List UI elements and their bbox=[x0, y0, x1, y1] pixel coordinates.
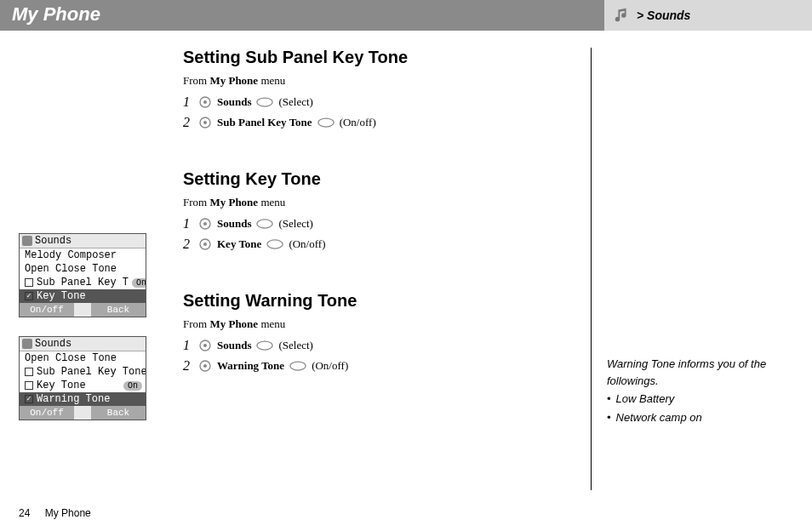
main-column: Setting Sub Panel Key Tone From My Phone… bbox=[183, 48, 592, 490]
breadcrumb: > Sounds bbox=[604, 0, 812, 31]
section-key-tone: Setting Key Tone From My Phone menu 1 So… bbox=[183, 169, 574, 252]
svg-point-7 bbox=[203, 222, 207, 226]
step: 2 Warning Tone (On/off) bbox=[183, 358, 574, 374]
softkey-left: On/off bbox=[20, 303, 74, 317]
page-footer: 24 My Phone bbox=[19, 507, 91, 519]
step-label: Sounds bbox=[217, 339, 251, 352]
phone-menu-item: Open Close Tone bbox=[20, 351, 146, 365]
step-label: Sounds bbox=[217, 217, 251, 231]
from-line: From My Phone menu bbox=[183, 317, 574, 331]
step-number: 2 bbox=[183, 237, 193, 252]
checkbox-checked-icon: ✓ bbox=[25, 292, 33, 300]
sidebar-intro: Warning Tone informs you of the followin… bbox=[607, 356, 781, 389]
phone-title-bar: Sounds bbox=[20, 234, 146, 248]
softkey-left: On/off bbox=[20, 406, 74, 420]
phone-title-bar: Sounds bbox=[20, 337, 146, 351]
select-key-icon bbox=[289, 361, 306, 371]
step: 1 Sounds (Select) bbox=[183, 216, 574, 231]
softkey-middle bbox=[74, 406, 91, 420]
page-body: Sounds Melody Composer Open Close Tone S… bbox=[0, 31, 812, 490]
step-action: (On/off) bbox=[312, 359, 348, 373]
softkey-right: Back bbox=[91, 303, 146, 317]
status-badge: On bbox=[132, 278, 146, 288]
svg-point-17 bbox=[290, 362, 306, 370]
breadcrumb-prefix: > bbox=[637, 9, 643, 22]
checkbox-icon bbox=[25, 381, 33, 390]
step-number: 2 bbox=[183, 115, 193, 130]
nav-key-icon bbox=[198, 237, 212, 251]
step-label: Sub Panel Key Tone bbox=[217, 116, 312, 129]
section-warning-tone: Setting Warning Tone From My Phone menu … bbox=[183, 291, 574, 374]
step: 2 Sub Panel Key Tone (On/off) bbox=[183, 115, 574, 130]
step-action: (Select) bbox=[278, 217, 312, 231]
step-number: 1 bbox=[183, 338, 193, 353]
svg-point-5 bbox=[317, 118, 333, 127]
phone-softkeys: On/off Back bbox=[20, 303, 146, 317]
svg-point-14 bbox=[257, 341, 272, 350]
svg-point-8 bbox=[257, 220, 272, 228]
svg-point-13 bbox=[203, 344, 207, 347]
sounds-icon bbox=[22, 339, 32, 349]
softkey-middle bbox=[74, 303, 91, 317]
sidebar-note: Warning Tone informs you of the followin… bbox=[607, 356, 781, 425]
checkbox-icon bbox=[25, 368, 33, 376]
nav-key-icon bbox=[198, 95, 212, 109]
step-action: (On/off) bbox=[289, 237, 325, 251]
status-badge: On bbox=[123, 381, 142, 391]
step-action: (On/off) bbox=[340, 116, 376, 129]
nav-key-icon bbox=[198, 339, 212, 352]
page-number: 24 bbox=[19, 507, 30, 519]
from-line: From My Phone menu bbox=[183, 74, 574, 88]
page-title: My Phone bbox=[0, 0, 604, 31]
phone-screenshot-key-tone: Sounds Melody Composer Open Close Tone S… bbox=[19, 233, 146, 317]
step: 1 Sounds (Select) bbox=[183, 338, 574, 353]
sidebar-bullet: •Network camp on bbox=[607, 409, 781, 426]
sounds-icon bbox=[22, 236, 32, 246]
select-key-icon bbox=[256, 340, 273, 351]
step: 2 Key Tone (On/off) bbox=[183, 237, 574, 252]
svg-point-16 bbox=[203, 364, 207, 368]
phone-menu-item: Open Close Tone bbox=[20, 262, 146, 276]
step: 1 Sounds (Select) bbox=[183, 94, 574, 110]
softkey-right: Back bbox=[91, 406, 146, 420]
section-heading: Setting Warning Tone bbox=[183, 291, 574, 311]
section-heading: Setting Key Tone bbox=[183, 169, 574, 189]
step-action: (Select) bbox=[278, 339, 312, 352]
svg-point-11 bbox=[267, 240, 283, 248]
phone-menu-item: Key Tone On bbox=[20, 379, 146, 392]
nav-key-icon bbox=[198, 116, 212, 129]
section-sub-panel-key-tone: Setting Sub Panel Key Tone From My Phone… bbox=[183, 48, 574, 130]
music-notes-icon bbox=[613, 6, 632, 25]
select-key-icon bbox=[266, 239, 283, 249]
step-label: Warning Tone bbox=[217, 359, 284, 373]
phone-title-text: Sounds bbox=[35, 235, 71, 247]
select-key-icon bbox=[256, 219, 273, 229]
checkbox-icon bbox=[25, 278, 33, 287]
nav-key-icon bbox=[198, 359, 212, 373]
nav-key-icon bbox=[198, 217, 212, 231]
step-label: Key Tone bbox=[217, 237, 261, 251]
left-column: Sounds Melody Composer Open Close Tone S… bbox=[0, 48, 183, 490]
svg-point-10 bbox=[203, 243, 207, 246]
phone-menu-item: Sub Panel Key Tone bbox=[20, 365, 146, 379]
sidebar-column: Warning Tone informs you of the followin… bbox=[592, 48, 796, 490]
phone-menu-item: Melody Composer bbox=[20, 248, 146, 262]
step-action: (Select) bbox=[278, 95, 312, 109]
checkbox-checked-icon: ✓ bbox=[25, 395, 33, 403]
step-number: 2 bbox=[183, 358, 193, 374]
select-key-icon bbox=[317, 117, 335, 128]
select-key-icon bbox=[256, 97, 273, 107]
svg-point-4 bbox=[203, 121, 207, 124]
breadcrumb-label: Sounds bbox=[647, 9, 690, 22]
phone-menu-item-selected: ✓ Warning Tone bbox=[20, 392, 146, 406]
phone-title-text: Sounds bbox=[35, 338, 71, 350]
phone-menu-item: Sub Panel Key T On bbox=[20, 276, 146, 289]
sidebar-bullet: •Low Battery bbox=[607, 391, 781, 408]
section-heading: Setting Sub Panel Key Tone bbox=[183, 48, 574, 67]
step-number: 1 bbox=[183, 94, 193, 110]
step-number: 1 bbox=[183, 216, 193, 231]
phone-screenshot-warning-tone: Sounds Open Close Tone Sub Panel Key Ton… bbox=[19, 336, 146, 420]
footer-label: My Phone bbox=[45, 507, 91, 519]
page-header: My Phone > Sounds bbox=[0, 0, 812, 31]
from-line: From My Phone menu bbox=[183, 196, 574, 209]
